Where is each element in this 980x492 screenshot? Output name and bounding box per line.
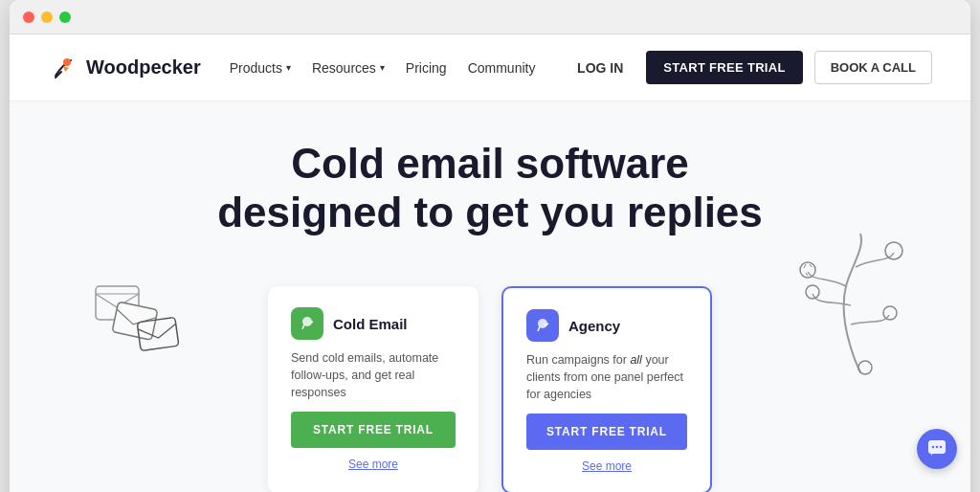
agency-icon: [526, 309, 559, 342]
cold-email-icon: [291, 307, 323, 340]
svg-point-16: [932, 446, 934, 448]
svg-point-1: [63, 58, 71, 66]
book-a-call-button[interactable]: BOOK A CALL: [814, 51, 932, 84]
hero-section: Cold email software designed to get you …: [10, 101, 970, 286]
browser-window: Woodpecker Products ▾ Resources ▾ Pricin…: [10, 0, 970, 492]
chat-icon: [926, 438, 947, 459]
cold-email-card-desc: Send cold emails, automate follow-ups, a…: [291, 349, 456, 401]
page-content: Woodpecker Products ▾ Resources ▾ Pricin…: [10, 34, 970, 492]
browser-dot-red[interactable]: [23, 11, 34, 23]
svg-rect-5: [137, 318, 179, 351]
start-free-trial-nav-button[interactable]: START FREE TRIAL: [646, 51, 802, 84]
login-button[interactable]: LOG IN: [566, 53, 635, 83]
woodpecker-logo-icon: [48, 53, 78, 83]
chat-bubble-button[interactable]: [917, 429, 957, 469]
svg-rect-4: [112, 302, 158, 340]
svg-point-9: [858, 361, 872, 374]
cards-section: Cold Email Send cold emails, automate fo…: [10, 286, 970, 492]
navbar: Woodpecker Products ▾ Resources ▾ Pricin…: [10, 34, 970, 101]
browser-dot-green[interactable]: [59, 11, 71, 23]
cold-email-see-more-link[interactable]: See more: [291, 458, 456, 471]
agency-see-more-link[interactable]: See more: [526, 459, 687, 473]
agency-card-title: Agency: [568, 318, 620, 334]
cold-email-card-title: Cold Email: [333, 316, 408, 332]
svg-rect-0: [48, 53, 78, 83]
logo-area[interactable]: Woodpecker: [48, 53, 201, 83]
svg-rect-2: [96, 286, 139, 320]
agency-card-header: Agency: [526, 309, 687, 342]
nav-left: Woodpecker Products ▾ Resources ▾ Pricin…: [48, 53, 535, 83]
nav-link-community[interactable]: Community: [468, 60, 536, 76]
agency-small-icon: [533, 316, 552, 335]
svg-point-17: [936, 446, 938, 448]
svg-point-7: [806, 285, 819, 299]
svg-point-18: [940, 446, 942, 448]
nav-right: LOG IN START FREE TRIAL BOOK A CALL: [566, 51, 932, 84]
chevron-down-icon: ▾: [380, 62, 385, 73]
hero-title: Cold email software designed to get you …: [29, 140, 951, 236]
browser-chrome: [10, 0, 970, 34]
agency-cta-button[interactable]: START FREE TRIAL: [526, 414, 687, 450]
svg-point-10: [883, 306, 897, 320]
nav-link-products[interactable]: Products ▾: [230, 60, 291, 76]
browser-dot-yellow[interactable]: [41, 11, 53, 23]
nav-link-resources[interactable]: Resources ▾: [312, 60, 385, 76]
woodpecker-small-icon: [298, 314, 317, 333]
cold-email-cta-button[interactable]: START FREE TRIAL: [291, 412, 456, 448]
agency-card-desc: Run campaigns for all your clients from …: [526, 351, 687, 403]
card-header: Cold Email: [291, 307, 456, 340]
nav-link-pricing[interactable]: Pricing: [406, 60, 447, 76]
cold-email-card: Cold Email Send cold emails, automate fo…: [268, 286, 479, 492]
nav-links: Products ▾ Resources ▾ Pricing Community: [230, 60, 536, 76]
chevron-down-icon: ▾: [286, 62, 291, 73]
agency-card: Agency Run campaigns for all your client…: [501, 286, 712, 492]
logo-text: Woodpecker: [86, 56, 201, 78]
